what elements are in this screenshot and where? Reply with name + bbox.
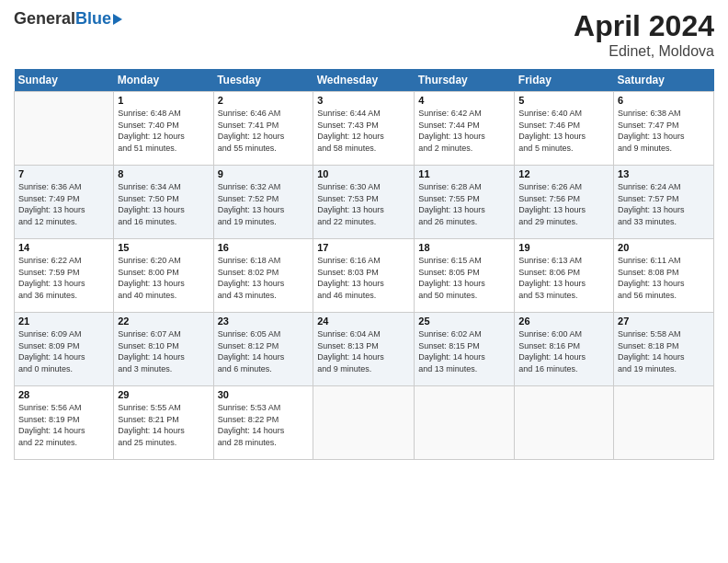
day-cell: 10Sunrise: 6:30 AMSunset: 7:53 PMDayligh… <box>313 166 415 239</box>
day-number: 28 <box>18 389 109 400</box>
logo-blue-text: Blue <box>75 9 111 29</box>
day-number: 18 <box>418 242 510 253</box>
col-header-saturday: Saturday <box>614 69 714 92</box>
day-cell <box>15 92 114 166</box>
page-container: General Blue April 2024 Edinet, Moldova … <box>0 0 728 469</box>
day-cell: 11Sunrise: 6:28 AMSunset: 7:55 PMDayligh… <box>415 166 515 239</box>
col-header-tuesday: Tuesday <box>213 69 313 92</box>
title-month: April 2024 <box>574 9 714 43</box>
day-number: 16 <box>218 242 310 253</box>
day-cell <box>415 386 515 460</box>
day-cell: 5Sunrise: 6:40 AMSunset: 7:46 PMDaylight… <box>515 92 614 166</box>
day-cell: 7Sunrise: 6:36 AMSunset: 7:49 PMDaylight… <box>15 166 114 239</box>
day-cell: 15Sunrise: 6:20 AMSunset: 8:00 PMDayligh… <box>114 239 213 313</box>
title-location: Edinet, Moldova <box>574 43 714 60</box>
day-detail: Sunrise: 6:09 AMSunset: 8:09 PMDaylight:… <box>18 328 109 374</box>
logo-general-text: General <box>14 9 75 29</box>
day-detail: Sunrise: 6:04 AMSunset: 8:13 PMDaylight:… <box>317 328 410 374</box>
day-number: 13 <box>618 168 710 179</box>
day-detail: Sunrise: 6:20 AMSunset: 8:00 PMDaylight:… <box>118 255 209 301</box>
col-header-sunday: Sunday <box>15 69 114 92</box>
day-number: 10 <box>317 168 410 179</box>
day-detail: Sunrise: 6:00 AMSunset: 8:16 PMDaylight:… <box>518 328 609 374</box>
day-number: 7 <box>18 168 109 179</box>
day-cell: 21Sunrise: 6:09 AMSunset: 8:09 PMDayligh… <box>15 313 114 386</box>
day-detail: Sunrise: 6:28 AMSunset: 7:55 PMDaylight:… <box>418 181 510 227</box>
week-row-3: 14Sunrise: 6:22 AMSunset: 7:59 PMDayligh… <box>15 239 714 313</box>
day-detail: Sunrise: 5:53 AMSunset: 8:22 PMDaylight:… <box>218 402 310 448</box>
day-cell: 8Sunrise: 6:34 AMSunset: 7:50 PMDaylight… <box>114 166 213 239</box>
day-detail: Sunrise: 6:26 AMSunset: 7:56 PMDaylight:… <box>518 181 609 227</box>
day-number: 4 <box>418 95 510 106</box>
day-cell: 23Sunrise: 6:05 AMSunset: 8:12 PMDayligh… <box>213 313 313 386</box>
day-cell: 20Sunrise: 6:11 AMSunset: 8:08 PMDayligh… <box>614 239 714 313</box>
day-cell <box>515 386 614 460</box>
day-detail: Sunrise: 6:36 AMSunset: 7:49 PMDaylight:… <box>18 181 109 227</box>
day-cell: 9Sunrise: 6:32 AMSunset: 7:52 PMDaylight… <box>213 166 313 239</box>
day-number: 26 <box>518 316 609 327</box>
day-cell: 26Sunrise: 6:00 AMSunset: 8:16 PMDayligh… <box>515 313 614 386</box>
day-cell: 2Sunrise: 6:46 AMSunset: 7:41 PMDaylight… <box>213 92 313 166</box>
day-detail: Sunrise: 5:58 AMSunset: 8:18 PMDaylight:… <box>618 328 710 374</box>
day-number: 22 <box>118 316 209 327</box>
day-detail: Sunrise: 6:40 AMSunset: 7:46 PMDaylight:… <box>518 108 609 154</box>
day-cell: 12Sunrise: 6:26 AMSunset: 7:56 PMDayligh… <box>515 166 614 239</box>
day-number: 30 <box>218 389 310 400</box>
day-cell: 30Sunrise: 5:53 AMSunset: 8:22 PMDayligh… <box>213 386 313 460</box>
day-cell <box>614 386 714 460</box>
col-header-wednesday: Wednesday <box>313 69 415 92</box>
day-number: 9 <box>218 168 310 179</box>
day-number: 25 <box>418 316 510 327</box>
day-cell: 24Sunrise: 6:04 AMSunset: 8:13 PMDayligh… <box>313 313 415 386</box>
day-number: 17 <box>317 242 410 253</box>
day-detail: Sunrise: 6:42 AMSunset: 7:44 PMDaylight:… <box>418 108 510 154</box>
col-header-thursday: Thursday <box>415 69 515 92</box>
day-number: 2 <box>218 95 310 106</box>
day-number: 5 <box>518 95 609 106</box>
week-row-5: 28Sunrise: 5:56 AMSunset: 8:19 PMDayligh… <box>15 386 714 460</box>
day-detail: Sunrise: 6:22 AMSunset: 7:59 PMDaylight:… <box>18 255 109 301</box>
day-number: 24 <box>317 316 410 327</box>
day-detail: Sunrise: 6:38 AMSunset: 7:47 PMDaylight:… <box>618 108 710 154</box>
day-number: 20 <box>618 242 710 253</box>
day-cell: 16Sunrise: 6:18 AMSunset: 8:02 PMDayligh… <box>213 239 313 313</box>
day-detail: Sunrise: 6:15 AMSunset: 8:05 PMDaylight:… <box>418 255 510 301</box>
day-detail: Sunrise: 6:44 AMSunset: 7:43 PMDaylight:… <box>317 108 410 154</box>
day-detail: Sunrise: 6:24 AMSunset: 7:57 PMDaylight:… <box>618 181 710 227</box>
col-header-monday: Monday <box>114 69 213 92</box>
calendar-header-row: SundayMondayTuesdayWednesdayThursdayFrid… <box>15 69 714 92</box>
day-number: 19 <box>518 242 609 253</box>
day-number: 29 <box>118 389 209 400</box>
day-cell: 22Sunrise: 6:07 AMSunset: 8:10 PMDayligh… <box>114 313 213 386</box>
day-number: 14 <box>18 242 109 253</box>
day-cell <box>313 386 415 460</box>
day-detail: Sunrise: 6:02 AMSunset: 8:15 PMDaylight:… <box>418 328 510 374</box>
week-row-2: 7Sunrise: 6:36 AMSunset: 7:49 PMDaylight… <box>15 166 714 239</box>
day-number: 15 <box>118 242 209 253</box>
day-cell: 17Sunrise: 6:16 AMSunset: 8:03 PMDayligh… <box>313 239 415 313</box>
day-number: 21 <box>18 316 109 327</box>
day-detail: Sunrise: 6:07 AMSunset: 8:10 PMDaylight:… <box>118 328 209 374</box>
day-detail: Sunrise: 6:13 AMSunset: 8:06 PMDaylight:… <box>518 255 609 301</box>
day-number: 23 <box>218 316 310 327</box>
logo-arrow-icon <box>113 14 122 25</box>
title-block: April 2024 Edinet, Moldova <box>574 9 714 60</box>
day-detail: Sunrise: 6:46 AMSunset: 7:41 PMDaylight:… <box>218 108 310 154</box>
day-cell: 1Sunrise: 6:48 AMSunset: 7:40 PMDaylight… <box>114 92 213 166</box>
day-cell: 4Sunrise: 6:42 AMSunset: 7:44 PMDaylight… <box>415 92 515 166</box>
day-detail: Sunrise: 6:05 AMSunset: 8:12 PMDaylight:… <box>218 328 310 374</box>
day-detail: Sunrise: 6:11 AMSunset: 8:08 PMDaylight:… <box>618 255 710 301</box>
day-detail: Sunrise: 6:32 AMSunset: 7:52 PMDaylight:… <box>218 181 310 227</box>
day-cell: 18Sunrise: 6:15 AMSunset: 8:05 PMDayligh… <box>415 239 515 313</box>
day-cell: 14Sunrise: 6:22 AMSunset: 7:59 PMDayligh… <box>15 239 114 313</box>
day-cell: 28Sunrise: 5:56 AMSunset: 8:19 PMDayligh… <box>15 386 114 460</box>
logo: General Blue <box>14 9 122 29</box>
day-cell: 13Sunrise: 6:24 AMSunset: 7:57 PMDayligh… <box>614 166 714 239</box>
calendar-table: SundayMondayTuesdayWednesdayThursdayFrid… <box>14 69 714 460</box>
day-cell: 29Sunrise: 5:55 AMSunset: 8:21 PMDayligh… <box>114 386 213 460</box>
day-number: 11 <box>418 168 510 179</box>
day-detail: Sunrise: 6:48 AMSunset: 7:40 PMDaylight:… <box>118 108 209 154</box>
day-number: 1 <box>118 95 209 106</box>
week-row-1: 1Sunrise: 6:48 AMSunset: 7:40 PMDaylight… <box>15 92 714 166</box>
day-cell: 25Sunrise: 6:02 AMSunset: 8:15 PMDayligh… <box>415 313 515 386</box>
